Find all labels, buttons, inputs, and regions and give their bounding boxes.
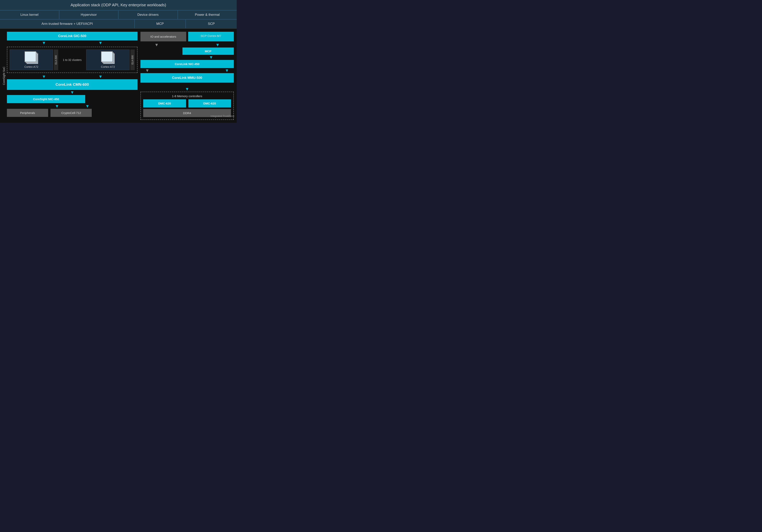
cluster-1: Cortex-A72 ELA-500 (10, 49, 58, 70)
arrow-down-right: ▼ (98, 40, 103, 45)
cortex-pages-right (101, 51, 115, 64)
gic-500-box: CoreLink GIC-500 (7, 32, 137, 40)
power-thermal-layer: Power & thermal (178, 10, 237, 19)
nic-bottom-arrows: ▼ ▼ (7, 104, 137, 109)
cmn-to-mem-arrow: ▼ (140, 87, 234, 92)
cryptocell-box: CryptoCell-712 (50, 109, 92, 117)
io-accelerators-box: IO and accelerators (140, 32, 186, 41)
ela-500-right: ELA-500 (130, 49, 135, 70)
firmware-row: Arm trusted firmware + UEFI/ACPI MCP SCP (0, 20, 237, 29)
right-column: IO and accelerators SCP Cortex-M7 ▼ ▼ MC… (140, 32, 234, 120)
cortex-pages-left (25, 51, 38, 64)
cortex-a72-right: Cortex-A72 (86, 49, 129, 70)
cluster-2: Cortex-A72 ELA-500 (86, 49, 135, 70)
dmc-row: DMC-620 DMC-620 (143, 100, 231, 107)
gic-arrows: ▼ ▼ (7, 40, 137, 45)
dmc-620-left: DMC-620 (143, 100, 186, 107)
mcp-row: MCP (140, 47, 234, 55)
coresight-nic-450: CoreSight NIC-450 (7, 95, 85, 103)
arrow-crypto: ▼ (85, 104, 90, 109)
app-stack-label: Application stack (ODP API, Key enterpri… (71, 3, 166, 7)
arm-firmware: Arm trusted firmware + UEFI/ACPI (0, 20, 135, 28)
hypervisor-layer: Hypervisor (59, 10, 119, 19)
content-area: CoreLink GIC-500 ▼ ▼ (7, 32, 234, 120)
arrow-down-left: ▼ (42, 40, 46, 45)
main-body: CoreSight SoC CoreLink GIC-500 ▼ ▼ (0, 29, 237, 123)
scp-cortex-box: SCP Cortex-M7 (188, 32, 234, 41)
sw-layers-row: Linux kernel Hypervisor Device drivers P… (0, 10, 237, 20)
architecture-diagram: Application stack (ODP API, Key enterpri… (0, 0, 237, 123)
cmn-to-nic-arrow: ▼ (7, 90, 137, 95)
soc-vertical-label: CoreSight SoC (1, 32, 7, 120)
cortex-a72-label-left: Cortex-A72 (24, 65, 38, 68)
right-top-boxes: IO and accelerators SCP Cortex-M7 (140, 32, 234, 41)
app-stack-bar: Application stack (ODP API, Key enterpri… (0, 0, 237, 10)
memory-dashed-box: 1-8 Memory controllers DMC-620 DMC-620 D… (140, 92, 234, 120)
mcp-header: MCP (135, 20, 186, 28)
corelink-nic-450: CoreLink NIC-450 (140, 60, 234, 68)
left-column: CoreLink GIC-500 ▼ ▼ (7, 32, 137, 120)
arrows-to-mmu: ▼ ▼ (140, 68, 234, 73)
cortex-a72-left: Cortex-A72 (10, 49, 53, 70)
cortex-a72-label-right: Cortex-A72 (101, 65, 115, 68)
bottom-gray-boxes: Peripherals CryptoCell-712 (7, 109, 92, 117)
arrow-scp-down: ▼ (215, 42, 220, 47)
top-to-mcp-arrows: ▼ ▼ (140, 42, 234, 47)
clusters-container: Cortex-A72 ELA-500 1 to 32 clusters (7, 47, 137, 73)
clusters-text: 1 to 32 clusters (60, 49, 84, 70)
dmc-620-right: DMC-620 (189, 100, 231, 107)
arrow-periph: ▼ (55, 104, 59, 109)
trustzone-label: Integrated TrustZone (210, 114, 234, 117)
cluster-to-cmn-arrows: ▼ ▼ (7, 74, 137, 79)
mcp-box: MCP (183, 47, 234, 55)
ela-500-left: ELA-500 (54, 49, 58, 70)
arrow-mcp-down: ▼ (209, 55, 213, 60)
device-drivers-layer: Device drivers (118, 10, 178, 19)
linux-kernel-layer: Linux kernel (0, 10, 59, 19)
peripherals-box: Peripherals (7, 109, 48, 117)
scp-header: SCP (186, 20, 237, 28)
arrow-cmn-right: ▼ (98, 74, 103, 79)
arrow-nic-mmu: ▼ (225, 68, 229, 73)
arrow-io-down: ▼ (154, 42, 159, 47)
corelink-mmu-500: CoreLink MMU-500 (140, 73, 234, 83)
memory-title: 1-8 Memory controllers (143, 95, 231, 98)
mcp-to-nic-arrow: ▼ (140, 55, 234, 60)
arrow-io-mmu: ▼ (145, 68, 150, 73)
arrow-cmn-left: ▼ (42, 74, 46, 79)
cmn-600-box: CoreLink CMN-600 (7, 79, 137, 90)
